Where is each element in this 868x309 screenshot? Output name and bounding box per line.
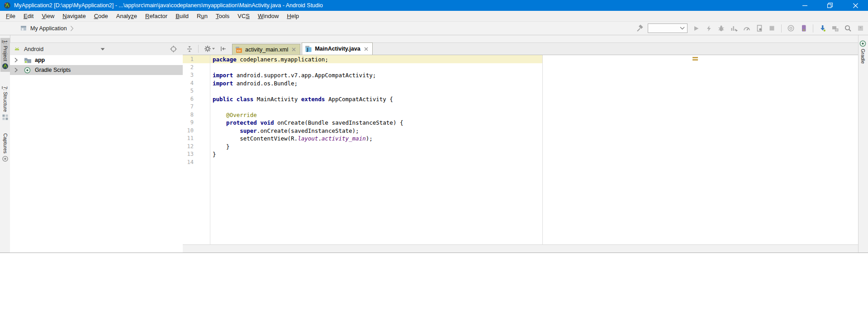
tabbar-icons — [183, 43, 229, 55]
project-tree: appGradle Scripts — [10, 55, 183, 253]
run-icon[interactable] — [692, 24, 700, 33]
locate-icon[interactable] — [170, 45, 177, 53]
apply-changes-icon[interactable] — [704, 24, 713, 33]
java-file-icon: J — [305, 45, 312, 52]
code-line: protected void onCreate(Bundle savedInst… — [213, 119, 403, 127]
line-number: 10 — [183, 127, 194, 135]
android-view-icon — [14, 46, 21, 52]
chevron-down-icon — [680, 27, 685, 30]
tab-label: MainActivity.java — [315, 46, 360, 52]
toolwindow-button-project[interactable]: 1: Project — [0, 38, 10, 72]
editor-tabs: <>activity_main.xmlJMainActivity.java — [232, 42, 374, 55]
menu-file[interactable]: File — [2, 11, 19, 21]
tree-item-app[interactable]: app — [10, 55, 183, 65]
menu-code[interactable]: Code — [90, 11, 112, 21]
window-controls — [792, 0, 868, 11]
toolwindow-button-label: Captures — [3, 133, 8, 154]
sync-project-icon[interactable] — [787, 24, 795, 33]
line-number-gutter: 1234567891011121314 — [183, 56, 194, 166]
code-line: } — [213, 150, 403, 159]
code-editor[interactable]: 1234567891011121314 package codeplaners.… — [183, 55, 858, 244]
menu-analyze[interactable]: Analyze — [112, 11, 141, 21]
android-studio-icon — [2, 63, 9, 70]
tab-label: activity_main.xml — [245, 47, 288, 53]
line-number: 3 — [183, 71, 194, 80]
line-number: 2 — [183, 64, 194, 72]
close-button[interactable] — [843, 0, 868, 11]
close-icon[interactable] — [291, 47, 297, 52]
gutter-separator — [210, 55, 210, 244]
menu-run[interactable]: Run — [193, 11, 212, 21]
chevron-down-icon[interactable] — [100, 48, 105, 51]
project-structure-icon[interactable] — [831, 24, 840, 33]
menu-edit[interactable]: Edit — [19, 11, 38, 21]
line-number: 13 — [183, 150, 194, 159]
settings-gear-icon[interactable] — [204, 45, 215, 53]
restore-button[interactable] — [817, 0, 843, 11]
chevron-right-icon[interactable] — [14, 57, 21, 63]
menu-refactor[interactable]: Refactor — [141, 11, 171, 21]
code-line — [213, 103, 403, 111]
captures-icon — [2, 155, 9, 162]
project-breadcrumb-icon — [20, 25, 27, 32]
line-number: 9 — [183, 119, 194, 127]
main-toolbar: My Application — [0, 22, 868, 35]
chevron-right-icon[interactable] — [14, 67, 21, 73]
toolwindow-button-gradle[interactable]: Gradle — [858, 38, 868, 66]
code-line: package codeplaners.myapplication; — [213, 56, 403, 64]
project-view-selector[interactable]: Android — [24, 46, 43, 52]
collapse-all-icon[interactable] — [186, 45, 193, 53]
code-line: } — [213, 143, 403, 151]
close-icon[interactable] — [363, 46, 369, 52]
tab-activity_main-xml[interactable]: <>activity_main.xml — [232, 44, 300, 55]
menu-tools[interactable]: Tools — [212, 11, 233, 21]
project-panel-header[interactable]: Android — [10, 43, 183, 55]
svg-text:<>: <> — [237, 48, 242, 52]
gauge-icon[interactable] — [742, 24, 751, 33]
tab-mainactivity-java[interactable]: JMainActivity.java — [302, 42, 373, 55]
tree-item-label: Gradle Scripts — [35, 67, 71, 73]
xml-file-icon: <> — [235, 46, 242, 53]
debug-icon[interactable] — [717, 24, 726, 33]
tree-item-gradle-scripts[interactable]: Gradle Scripts — [10, 65, 183, 75]
line-number: 1 — [183, 56, 194, 64]
run-config-combobox[interactable] — [648, 23, 688, 33]
menu-navigate[interactable]: Navigate — [58, 11, 90, 21]
hammer-icon[interactable] — [635, 24, 644, 33]
menu-build[interactable]: Build — [171, 11, 193, 21]
inspection-indicator-icon[interactable] — [693, 57, 698, 61]
menu-view[interactable]: View — [38, 11, 58, 21]
layout-inspector-icon[interactable] — [856, 24, 865, 33]
tabbar-separator — [198, 45, 199, 53]
profile-icon[interactable] — [730, 24, 738, 33]
line-number: 4 — [183, 80, 194, 88]
minimize-button[interactable] — [792, 0, 817, 11]
toolwindow-button-label: 7: Structure — [3, 86, 8, 112]
toolwindow-button-label: Gradle — [860, 49, 866, 64]
code-line: super.onCreate(savedInstanceState); — [213, 127, 403, 135]
hide-panel-icon[interactable] — [219, 45, 227, 52]
code-text[interactable]: package codeplaners.myapplication;import… — [213, 56, 403, 166]
android-studio-logo-icon — [4, 2, 11, 9]
sdk-manager-icon[interactable] — [818, 24, 827, 33]
toolwindow-button-captures[interactable]: Captures — [0, 131, 10, 164]
breadcrumb[interactable]: My Application — [20, 22, 74, 35]
line-number: 8 — [183, 111, 194, 119]
search-everywhere-icon[interactable] — [844, 24, 852, 33]
attach-debugger-icon[interactable] — [755, 24, 764, 33]
stop-icon[interactable] — [768, 24, 776, 33]
avd-manager-icon[interactable] — [799, 24, 808, 33]
menu-vcs[interactable]: VCS — [233, 11, 254, 21]
toolwindow-button-label: 1: Project — [3, 40, 8, 61]
tree-item-label: app — [35, 57, 45, 63]
code-line: import android.os.Bundle; — [213, 80, 403, 88]
toolbar-icons — [635, 22, 865, 35]
toolwindow-button-structure[interactable]: 7: Structure — [0, 84, 10, 123]
code-line: setContentView(R.layout.activity_main); — [213, 135, 403, 143]
menu-window[interactable]: Window — [254, 11, 283, 21]
breadcrumb-chevron-icon — [70, 25, 74, 32]
menu-help[interactable]: Help — [283, 11, 303, 21]
panel-header-icons — [170, 45, 177, 53]
code-line: @Override — [213, 111, 403, 119]
editor-tab-bar: <>activity_main.xmlJMainActivity.java — [183, 43, 858, 55]
